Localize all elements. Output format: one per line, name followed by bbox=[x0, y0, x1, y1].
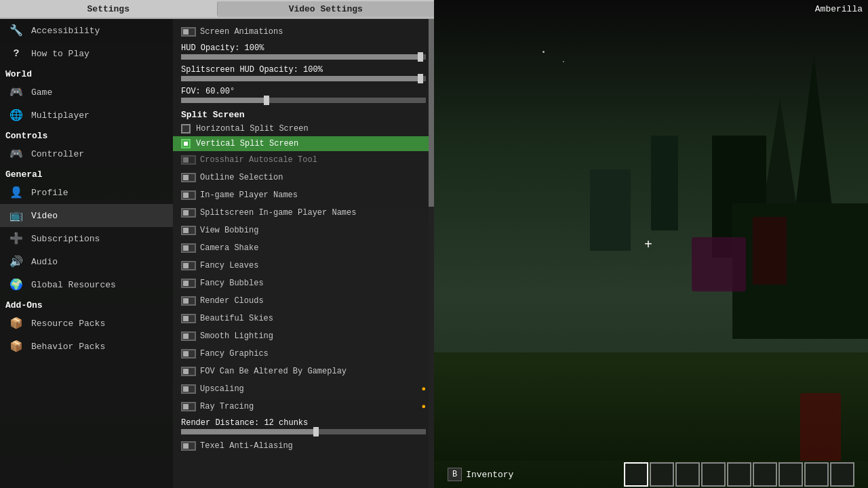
inventory-key: B bbox=[448, 468, 462, 481]
hud-opacity-row: HUD Opacity: 100% bbox=[173, 41, 434, 62]
behavior-packs-icon: 📦 bbox=[8, 338, 24, 354]
sidebar-item-audio[interactable]: 🔊 Audio bbox=[0, 250, 173, 273]
settings-content: Screen Animations HUD Opacity: 100% Spli… bbox=[173, 19, 434, 488]
hotbar-slot-3[interactable] bbox=[701, 462, 726, 487]
toggle-inner bbox=[183, 281, 189, 286]
render-distance-fill bbox=[181, 429, 316, 434]
splitscreen-player-names-toggle[interactable] bbox=[181, 208, 196, 218]
sidebar-label-subscriptions: Subscriptions bbox=[31, 234, 100, 244]
inventory-label: Inventory bbox=[466, 470, 513, 480]
multiplayer-icon: 🌐 bbox=[8, 107, 24, 123]
toggle-inner bbox=[183, 443, 189, 449]
sidebar-item-game[interactable]: 🎮 Game bbox=[0, 81, 173, 104]
hud-opacity-slider[interactable] bbox=[181, 54, 426, 60]
sidebar-item-how-to-play[interactable]: ? How to Play bbox=[0, 42, 173, 65]
inventory-button[interactable]: B Inventory bbox=[448, 468, 513, 481]
beautiful-skies-toggle[interactable] bbox=[181, 314, 196, 323]
hud-opacity-thumb bbox=[418, 52, 423, 62]
hotbar-slot-0[interactable] bbox=[624, 462, 648, 487]
profile-icon: 👤 bbox=[8, 184, 24, 201]
fov-gameplay-row: FOV Can Be Altered By Gameplay bbox=[173, 363, 434, 380]
sidebar-item-subscriptions[interactable]: ➕ Subscriptions bbox=[0, 227, 173, 250]
view-bobbing-toggle[interactable] bbox=[181, 226, 196, 235]
vertical-split-label: Vertical Split Screen bbox=[196, 139, 298, 148]
splitscreen-player-names-row: Splitscreen In-game Player Names bbox=[173, 204, 434, 222]
hotbar-slot-7[interactable] bbox=[804, 462, 829, 487]
splitscreen-hud-opacity-slider[interactable] bbox=[181, 76, 426, 81]
sidebar-item-behavior-packs[interactable]: 📦 Behavior Packs bbox=[0, 335, 173, 358]
hotbar-slot-6[interactable] bbox=[778, 462, 803, 487]
username-display: Amberilla bbox=[815, 4, 863, 14]
sidebar-item-resource-packs[interactable]: 📦 Resource Packs bbox=[0, 312, 173, 335]
texel-anti-aliasing-toggle[interactable] bbox=[181, 441, 196, 451]
splitscreen-player-names-label: Splitscreen In-game Player Names bbox=[200, 208, 356, 218]
crosshair: + bbox=[644, 237, 658, 251]
sidebar-item-controller[interactable]: 🎮 Controller bbox=[0, 142, 173, 165]
fancy-bubbles-label: Fancy Bubbles bbox=[200, 279, 264, 288]
ray-tracing-info-icon: ● bbox=[421, 403, 426, 411]
sidebar-item-global-resources[interactable]: 🌍 Global Resources bbox=[0, 273, 173, 296]
view-bobbing-row: View Bobbing bbox=[173, 222, 434, 239]
tab-video-settings[interactable]: Video Settings bbox=[218, 1, 435, 17]
hotbar-slot-4[interactable] bbox=[727, 462, 751, 487]
splitscreen-hud-opacity-fill bbox=[181, 76, 420, 81]
fov-label: FOV: 60.00° bbox=[181, 87, 426, 96]
settings-scrollbar[interactable] bbox=[429, 19, 434, 488]
camera-shake-toggle[interactable] bbox=[181, 243, 196, 253]
fov-fill bbox=[181, 98, 267, 103]
upscaling-toggle[interactable] bbox=[181, 384, 196, 394]
tab-settings[interactable]: Settings bbox=[0, 1, 217, 17]
accessibility-icon: 🔧 bbox=[8, 22, 24, 39]
sidebar-item-multiplayer[interactable]: 🌐 Multiplayer bbox=[0, 104, 173, 127]
fancy-graphics-row: Fancy Graphics bbox=[173, 345, 434, 363]
smooth-lighting-toggle[interactable] bbox=[181, 331, 196, 341]
in-game-player-names-toggle[interactable] bbox=[181, 190, 196, 200]
beautiful-skies-row: Beautiful Skies bbox=[173, 310, 434, 327]
toggle-inner bbox=[183, 210, 189, 216]
outline-selection-row: Outline Selection bbox=[173, 169, 434, 186]
sidebar-label-accessibility: Accessibility bbox=[31, 26, 100, 36]
fancy-graphics-toggle[interactable] bbox=[181, 349, 196, 359]
fancy-bubbles-toggle[interactable] bbox=[181, 279, 196, 288]
subscriptions-icon: ➕ bbox=[8, 230, 24, 247]
view-bobbing-label: View Bobbing bbox=[200, 226, 258, 235]
sidebar-label-video: Video bbox=[31, 211, 58, 221]
resource-packs-icon: 📦 bbox=[8, 315, 24, 331]
vertical-split-radio bbox=[181, 139, 191, 148]
splitscreen-hud-opacity-row: Splitscreen HUD Opacity: 100% bbox=[173, 62, 434, 84]
sidebar-item-accessibility[interactable]: 🔧 Accessibility bbox=[0, 19, 173, 42]
in-game-player-names-row: In-game Player Names bbox=[173, 186, 434, 204]
toggle-inner bbox=[183, 29, 189, 35]
horizontal-split-radio bbox=[181, 124, 191, 134]
hotbar-slot-8[interactable] bbox=[830, 462, 854, 487]
settings-panel: Screen Animations HUD Opacity: 100% Spli… bbox=[173, 19, 434, 488]
texel-anti-aliasing-row: Texel Anti-Aliasing bbox=[173, 437, 434, 455]
fancy-leaves-toggle[interactable] bbox=[181, 261, 196, 270]
sidebar-item-profile[interactable]: 👤 Profile bbox=[0, 181, 173, 204]
toggle-inner bbox=[183, 192, 189, 198]
camera-shake-row: Camera Shake bbox=[173, 239, 434, 257]
crosshair-autoscale-row: Crosshair Autoscale Tool bbox=[173, 151, 434, 169]
sidebar-label-audio: Audio bbox=[31, 257, 58, 267]
ray-tracing-label: Ray Tracing bbox=[200, 402, 254, 411]
fov-gameplay-toggle[interactable] bbox=[181, 367, 196, 376]
toggle-inner bbox=[183, 175, 189, 180]
render-distance-slider[interactable] bbox=[181, 429, 426, 434]
fov-slider[interactable] bbox=[181, 98, 426, 103]
crosshair-autoscale-toggle[interactable] bbox=[181, 155, 196, 165]
outline-selection-toggle[interactable] bbox=[181, 173, 196, 182]
vertical-split-option[interactable]: Vertical Split Screen bbox=[173, 136, 434, 151]
screen-animations-toggle[interactable] bbox=[181, 27, 196, 37]
hotbar-slot-5[interactable] bbox=[753, 462, 777, 487]
horizontal-split-option[interactable]: Horizontal Split Screen bbox=[173, 121, 434, 136]
toggle-inner bbox=[183, 404, 189, 409]
sidebar-item-video[interactable]: 📺 Video bbox=[0, 204, 173, 227]
upscaling-label: Upscaling bbox=[200, 384, 244, 394]
render-clouds-toggle[interactable] bbox=[181, 296, 196, 306]
hotbar-slot-2[interactable] bbox=[675, 462, 700, 487]
horizontal-split-label: Horizontal Split Screen bbox=[196, 124, 309, 134]
render-clouds-row: Render Clouds bbox=[173, 292, 434, 310]
hotbar-slot-1[interactable] bbox=[650, 462, 674, 487]
controller-icon: 🎮 bbox=[8, 146, 24, 162]
ray-tracing-toggle[interactable] bbox=[181, 402, 196, 411]
